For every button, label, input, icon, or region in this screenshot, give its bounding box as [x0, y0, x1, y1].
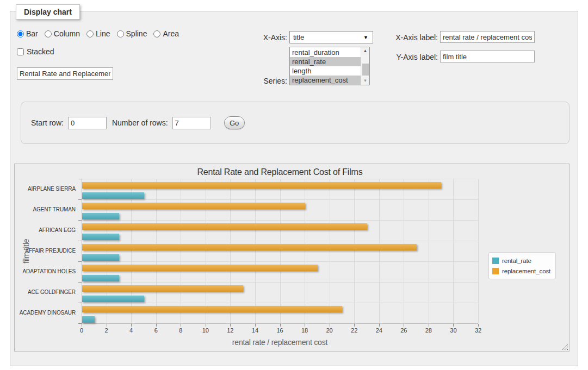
- x-tick-label: 26: [394, 327, 413, 334]
- bar-replacement-cost-airplane-sierra[interactable]: [82, 182, 441, 189]
- x-tick-mark: [305, 324, 305, 327]
- x-axis-label-input[interactable]: [440, 31, 535, 43]
- gridline-horizontal: [82, 199, 478, 200]
- x-tick-mark: [429, 324, 429, 327]
- bar-rental-rate-adaptation-holes[interactable]: [82, 275, 119, 281]
- stacked-checkbox[interactable]: [17, 48, 24, 55]
- chart-type-radio-area[interactable]: [153, 30, 160, 37]
- x-tick-mark: [354, 324, 355, 327]
- chart-type-label: Column: [54, 29, 80, 38]
- bar-replacement-cost-adaptation-holes[interactable]: [82, 265, 318, 271]
- bar-rental-rate-affair-prejudice[interactable]: [82, 254, 119, 261]
- bar-rental-rate-african-egg[interactable]: [82, 234, 119, 240]
- category-label-ace-goldfinger: ACE GOLDFINGER: [15, 289, 76, 295]
- x-tick-label: 16: [271, 327, 289, 334]
- series-option-replacement-cost[interactable]: replacement_cost: [290, 76, 361, 85]
- series-listbox-label: Series:: [228, 77, 287, 85]
- gridline-horizontal: [82, 220, 478, 221]
- chart-type-label: Bar: [26, 29, 38, 38]
- gridline-vertical: [354, 179, 355, 323]
- bar-replacement-cost-academy-dinosaur[interactable]: [82, 306, 342, 312]
- y-axis-label-input[interactable]: [440, 51, 535, 62]
- x-tick-label: 18: [295, 327, 314, 334]
- gridline-vertical: [305, 179, 305, 323]
- gridline-vertical: [330, 179, 330, 323]
- chart-type-radio-column[interactable]: [45, 30, 52, 37]
- x-tick-label: 14: [246, 327, 264, 334]
- bar-replacement-cost-ace-goldfinger[interactable]: [82, 285, 243, 292]
- x-tick-label: 22: [345, 327, 363, 334]
- chart-type-label: Spline: [126, 29, 147, 38]
- y-tick-mark: [78, 220, 82, 221]
- bar-replacement-cost-affair-prejudice[interactable]: [82, 244, 417, 250]
- page: Display chart BarColumnLineSplineArea St…: [0, 0, 588, 370]
- chart-type-option-column: Column: [45, 29, 80, 38]
- legend-item-rental-rate[interactable]: rental_rate: [492, 255, 550, 266]
- x-tick-mark: [453, 324, 454, 327]
- gridline-vertical: [255, 179, 256, 323]
- bar-rental-rate-airplane-sierra[interactable]: [82, 192, 144, 199]
- x-tick-label: 8: [171, 327, 190, 334]
- resize-handle[interactable]: [562, 344, 568, 350]
- chart-type-label: Line: [96, 29, 110, 38]
- gridline-horizontal: [82, 303, 478, 303]
- x-tick-mark: [404, 324, 404, 327]
- start-row-input[interactable]: [68, 117, 107, 129]
- x-axis-title: rental rate / replacement cost: [82, 338, 478, 347]
- bar-rental-rate-academy-dinosaur[interactable]: [82, 316, 95, 323]
- scrollbar-thumb[interactable]: [362, 64, 369, 76]
- row-range-panel: Start row: Number of rows: Go: [21, 102, 570, 144]
- x-tick-mark: [280, 324, 281, 327]
- x-tick-label: 24: [370, 327, 388, 334]
- x-tick-mark: [255, 324, 256, 327]
- category-label-agent-truman: AGENT TRUMAN: [15, 206, 76, 212]
- x-axis-select-label: X-Axis:: [228, 33, 287, 42]
- legend-label: replacement_cost: [502, 268, 550, 274]
- x-tick-mark: [181, 324, 181, 327]
- x-tick-mark: [379, 324, 380, 327]
- x-tick-mark: [330, 324, 330, 327]
- go-button[interactable]: Go: [224, 116, 245, 129]
- gridline-vertical: [156, 179, 157, 323]
- x-tick-mark: [131, 324, 132, 327]
- gridline-vertical: [230, 179, 231, 323]
- gridline-horizontal: [82, 241, 478, 241]
- y-axis-title: film title: [22, 213, 30, 289]
- x-tick-label: 12: [221, 327, 239, 334]
- x-tick-label: 2: [97, 327, 116, 334]
- gridline-horizontal: [82, 282, 478, 283]
- gridline-horizontal: [82, 261, 478, 262]
- scroll-down-icon[interactable]: ▼: [361, 77, 369, 85]
- gridline-vertical: [379, 179, 380, 323]
- chart-type-option-bar: Bar: [17, 29, 38, 38]
- x-tick-label: 10: [196, 327, 215, 334]
- bar-rental-rate-ace-goldfinger[interactable]: [82, 296, 144, 302]
- chart-type-options: BarColumnLineSplineArea: [17, 29, 183, 38]
- y-tick-mark: [78, 323, 82, 324]
- y-tick-mark: [78, 241, 82, 241]
- legend-item-replacement-cost[interactable]: replacement_cost: [492, 266, 550, 276]
- chart-type-radio-spline[interactable]: [117, 30, 124, 37]
- chart-type-option-line: Line: [86, 29, 110, 38]
- legend-swatch-icon: [492, 258, 499, 264]
- gridline-vertical: [280, 179, 281, 323]
- chart-type-option-spline: Spline: [117, 29, 147, 38]
- x-tick-label: 32: [469, 327, 487, 334]
- legend-label: rental_rate: [502, 258, 531, 264]
- num-rows-input[interactable]: [172, 117, 211, 129]
- x-tick-label: 6: [147, 327, 165, 334]
- bar-replacement-cost-african-egg[interactable]: [82, 223, 367, 230]
- chart-type-radio-bar[interactable]: [17, 30, 24, 37]
- bar-rental-rate-agent-truman[interactable]: [82, 213, 119, 220]
- chart-title-input[interactable]: [17, 67, 113, 80]
- chart-type-option-area: Area: [153, 29, 179, 38]
- y-tick-mark: [78, 261, 82, 262]
- gridline-vertical: [478, 179, 479, 323]
- category-label-airplane-sierra: AIRPLANE SIERRA: [15, 186, 76, 192]
- series-option-length[interactable]: length: [290, 66, 361, 76]
- bar-replacement-cost-agent-truman[interactable]: [82, 203, 305, 209]
- gridline-vertical: [453, 179, 454, 323]
- chart-type-radio-line[interactable]: [86, 30, 94, 37]
- num-rows-label: Number of rows:: [112, 118, 168, 127]
- x-tick-label: 30: [444, 327, 462, 334]
